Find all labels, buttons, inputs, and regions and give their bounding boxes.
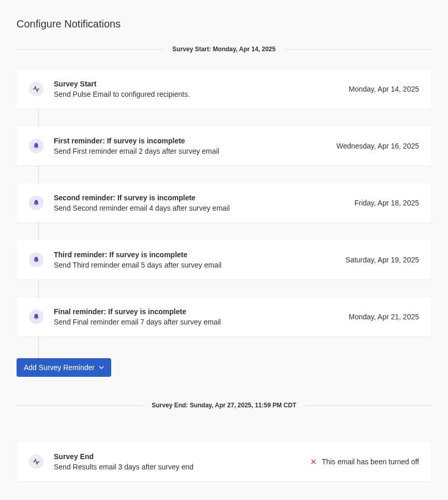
card-date: Saturday, Apr 19, 2025 (346, 256, 419, 264)
survey-end-card[interactable]: Survey End Send Results email 3 days aft… (17, 442, 431, 481)
survey-end-divider: Survey End: Sunday, Apr 27, 2025, 11:59 … (17, 402, 431, 409)
add-survey-reminder-button[interactable]: Add Survey Reminder (17, 358, 111, 377)
bell-icon (29, 139, 43, 153)
add-button-label: Add Survey Reminder (24, 363, 95, 372)
connector (17, 223, 431, 240)
card-content: First reminder: If survey is incomplete … (54, 137, 326, 155)
survey-end-label: Survey End: Sunday, Apr 27, 2025, 11:59 … (143, 402, 304, 409)
divider-line-left (17, 49, 164, 50)
pulse-icon (29, 454, 43, 469)
bell-icon (29, 196, 43, 210)
card-description: Send Pulse Email to configured recipient… (54, 90, 338, 98)
email-off-status: This email has been turned off (310, 458, 419, 466)
card-content: Second reminder: If survey is incomplete… (54, 194, 344, 212)
notification-timeline: Survey Start Send Pulse Email to configu… (17, 69, 431, 377)
card-date: Monday, Apr 14, 2025 (349, 85, 419, 93)
card-date: Monday, Apr 21, 2025 (349, 313, 419, 321)
bell-icon (29, 253, 43, 267)
pulse-icon (29, 82, 43, 96)
card-title: Second reminder: If survey is incomplete (54, 194, 344, 202)
card-description: Send Results email 3 days after survey e… (54, 463, 300, 471)
page-title: Configure Notifications (17, 18, 431, 30)
card-description: Send Third reminder email 5 days after s… (54, 261, 335, 269)
second-reminder-card[interactable]: Second reminder: If survey is incomplete… (17, 183, 431, 223)
card-title: First reminder: If survey is incomplete (54, 137, 326, 145)
connector (17, 109, 431, 126)
final-reminder-card[interactable]: Final reminder: If survey is incomplete … (17, 297, 431, 336)
card-content: Survey End Send Results email 3 days aft… (54, 452, 300, 471)
card-description: Send Final reminder email 7 days after s… (54, 318, 338, 326)
card-content: Final reminder: If survey is incomplete … (54, 307, 338, 326)
card-date: Wednesday, Apr 16, 2025 (336, 142, 419, 150)
card-content: Survey Start Send Pulse Email to configu… (54, 80, 338, 98)
card-title: Survey End (54, 452, 300, 461)
connector (17, 336, 431, 358)
survey-start-label: Survey Start: Monday, Apr 14, 2025 (164, 46, 283, 53)
card-description: Send Second reminder email 4 days after … (54, 204, 344, 212)
card-title: Survey Start (54, 80, 338, 88)
connector (17, 166, 431, 183)
third-reminder-card[interactable]: Third reminder: If survey is incomplete … (17, 240, 431, 280)
divider-line-left (17, 405, 143, 406)
chevron-down-icon (99, 365, 104, 370)
card-content: Third reminder: If survey is incomplete … (54, 251, 335, 269)
survey-start-card[interactable]: Survey Start Send Pulse Email to configu… (17, 69, 431, 109)
card-description: Send First reminder email 2 days after s… (54, 147, 326, 155)
survey-start-divider: Survey Start: Monday, Apr 14, 2025 (17, 46, 431, 53)
card-title: Third reminder: If survey is incomplete (54, 251, 335, 259)
connector (17, 280, 431, 297)
card-date: Friday, Apr 18, 2025 (354, 199, 419, 207)
divider-line-right (284, 49, 431, 50)
card-title: Final reminder: If survey is incomplete (54, 307, 338, 316)
status-text: This email has been turned off (322, 458, 419, 466)
bell-icon (29, 310, 43, 324)
first-reminder-card[interactable]: First reminder: If survey is incomplete … (17, 126, 431, 166)
close-icon (310, 459, 317, 465)
divider-line-right (305, 405, 431, 406)
